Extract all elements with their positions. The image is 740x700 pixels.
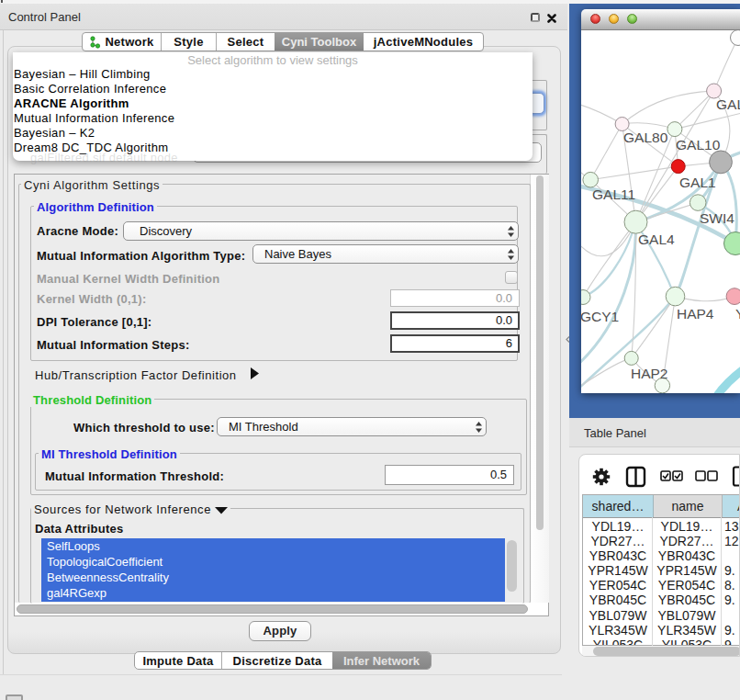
svg-text:HAP2: HAP2 (631, 366, 668, 381)
svg-text:Y: Y (735, 306, 740, 322)
svg-text:SWI4: SWI4 (700, 210, 734, 226)
svg-text:GCY1: GCY1 (581, 309, 619, 324)
svg-text:GAL1: GAL1 (679, 175, 716, 190)
svg-text:GAL4: GAL4 (638, 231, 675, 247)
svg-text:GAL80: GAL80 (623, 130, 668, 145)
svg-text:GAL11: GAL11 (592, 186, 635, 202)
svg-text:GAL10: GAL10 (676, 137, 721, 152)
svg-text:GAL8: GAL8 (716, 96, 740, 112)
svg-text:HAP4: HAP4 (677, 306, 714, 322)
